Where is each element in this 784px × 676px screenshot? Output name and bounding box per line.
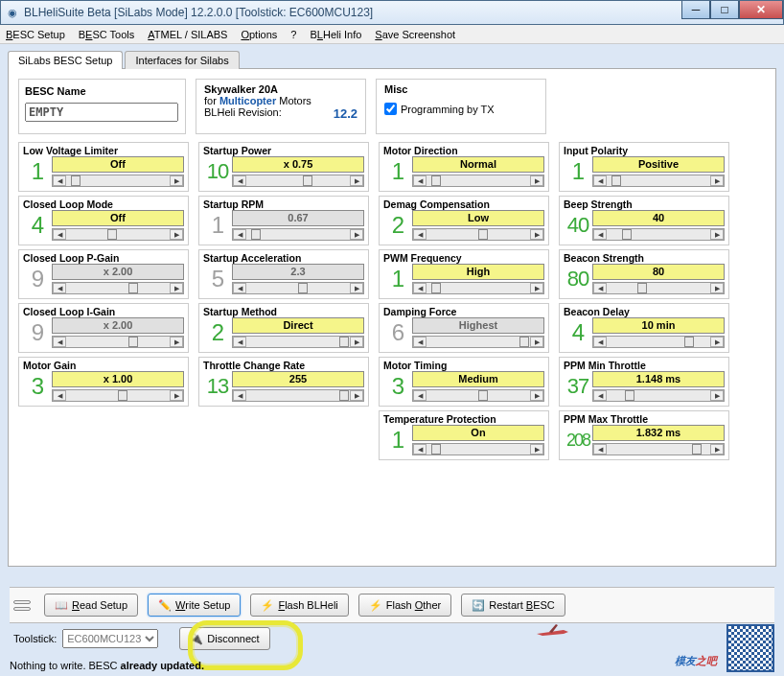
menu-icon[interactable]	[13, 600, 31, 611]
tab-interfaces[interactable]: Interfaces for Silabs	[125, 51, 239, 69]
arrow-left-icon[interactable]: ◀	[413, 229, 427, 240]
arrow-right-icon[interactable]: ▶	[710, 337, 724, 347]
param-label: Startup Method	[203, 306, 364, 317]
toolstick-select[interactable]: EC600MCU123	[62, 629, 158, 648]
arrow-left-icon[interactable]: ◀	[413, 175, 427, 186]
menu-options[interactable]: Options	[241, 29, 277, 40]
param-slider[interactable]: ◀▶	[412, 228, 544, 241]
arrow-right-icon[interactable]: ▶	[530, 175, 543, 186]
arrow-left-icon[interactable]: ◀	[413, 337, 427, 347]
arrow-left-icon[interactable]: ◀	[53, 229, 66, 240]
menu-besc-tools[interactable]: BESC Tools	[79, 29, 135, 40]
param-value: On	[412, 425, 544, 441]
arrow-right-icon[interactable]: ▶	[710, 283, 724, 293]
arrow-left-icon[interactable]: ◀	[593, 229, 607, 240]
menu-atmel-silabs[interactable]: ATMEL / SILABS	[148, 29, 227, 40]
arrow-left-icon[interactable]: ◀	[233, 283, 246, 293]
arrow-left-icon[interactable]: ◀	[53, 337, 66, 347]
write-icon: ✏️	[158, 598, 172, 612]
arrow-left-icon[interactable]: ◀	[53, 175, 66, 186]
param-slider[interactable]: ◀▶	[412, 282, 544, 294]
param-ip: Input Polarity1Positive◀▶	[559, 142, 729, 192]
besc-name-input[interactable]	[25, 103, 178, 122]
arrow-right-icon[interactable]: ▶	[170, 229, 183, 240]
param-slider[interactable]: ◀▶	[232, 282, 364, 294]
arrow-right-icon[interactable]: ▶	[530, 337, 543, 347]
arrow-left-icon[interactable]: ◀	[53, 390, 66, 401]
arrow-right-icon[interactable]: ▶	[710, 175, 724, 186]
maximize-button[interactable]: □	[710, 1, 739, 19]
prog-tx-checkbox[interactable]	[384, 103, 397, 115]
param-slider[interactable]: ◀▶	[592, 389, 725, 402]
arrow-right-icon[interactable]: ▶	[530, 444, 543, 455]
menu-blheli-info[interactable]: BLHeli Info	[310, 29, 361, 40]
menu-besc-setup[interactable]: BESC Setup	[6, 29, 65, 40]
read-setup-button[interactable]: 📖Read Setup	[44, 594, 138, 617]
arrow-right-icon[interactable]: ▶	[710, 390, 724, 401]
arrow-right-icon[interactable]: ▶	[530, 283, 543, 293]
param-slider[interactable]: ◀▶	[52, 389, 184, 402]
arrow-right-icon[interactable]: ▶	[350, 229, 363, 240]
arrow-left-icon[interactable]: ◀	[413, 390, 427, 401]
flash-other-button[interactable]: ⚡Flash Other	[358, 594, 452, 617]
arrow-left-icon[interactable]: ◀	[593, 444, 607, 455]
arrow-right-icon[interactable]: ▶	[350, 337, 363, 347]
param-label: PPM Max Throttle	[564, 413, 725, 425]
param-slider[interactable]: ◀▶	[412, 443, 544, 455]
flash-blheli-button[interactable]: ⚡Flash BLHeli	[250, 594, 348, 617]
restart-besc-button[interactable]: 🔄Restart BESC	[461, 594, 565, 617]
param-slider[interactable]: ◀▶	[592, 336, 725, 348]
arrow-right-icon[interactable]: ▶	[710, 229, 724, 240]
param-slider[interactable]: ◀▶	[412, 389, 544, 402]
arrow-left-icon[interactable]: ◀	[233, 175, 246, 186]
arrow-right-icon[interactable]: ▶	[350, 175, 363, 186]
arrow-right-icon[interactable]: ▶	[350, 283, 363, 293]
arrow-left-icon[interactable]: ◀	[233, 390, 246, 401]
arrow-right-icon[interactable]: ▶	[530, 390, 543, 401]
arrow-left-icon[interactable]: ◀	[233, 337, 246, 347]
param-slider[interactable]: ◀▶	[232, 175, 364, 187]
arrow-left-icon[interactable]: ◀	[593, 175, 607, 186]
param-slider[interactable]: ◀▶	[232, 389, 364, 402]
param-slider[interactable]: ◀▶	[592, 443, 725, 455]
param-label: Low Voltage Limiter	[23, 145, 184, 156]
arrow-left-icon[interactable]: ◀	[593, 337, 607, 347]
menu-save-screenshot[interactable]: Save Screenshot	[375, 29, 455, 40]
arrow-left-icon[interactable]: ◀	[413, 283, 427, 293]
param-slider[interactable]: ◀▶	[232, 336, 364, 348]
disconnect-button[interactable]: 🔌Disconnect	[179, 627, 269, 650]
param-slider[interactable]: ◀▶	[592, 282, 725, 294]
param-df: Damping Force6Highest◀▶	[379, 303, 549, 353]
minimize-button[interactable]: ─	[681, 1, 710, 19]
param-mt: Motor Timing3Medium◀▶	[379, 357, 549, 407]
param-slider[interactable]: ◀▶	[52, 228, 184, 241]
menu-help[interactable]: ?	[290, 29, 296, 40]
arrow-left-icon[interactable]: ◀	[413, 444, 427, 455]
param-slider[interactable]: ◀▶	[592, 175, 725, 187]
param-value: High	[412, 264, 544, 280]
arrow-left-icon[interactable]: ◀	[593, 283, 607, 293]
arrow-right-icon[interactable]: ▶	[170, 390, 183, 401]
write-setup-button[interactable]: ✏️Write Setup	[148, 594, 241, 617]
tab-silabs-setup[interactable]: SiLabs BESC Setup	[8, 51, 123, 69]
arrow-right-icon[interactable]: ▶	[530, 229, 543, 240]
param-slider[interactable]: ◀▶	[412, 336, 544, 348]
arrow-left-icon[interactable]: ◀	[593, 390, 607, 401]
arrow-left-icon[interactable]: ◀	[233, 229, 246, 240]
arrow-right-icon[interactable]: ▶	[710, 444, 724, 455]
param-mg: Motor Gain3x 1.00◀▶	[18, 357, 189, 407]
close-button[interactable]: ✕	[739, 1, 783, 19]
arrow-right-icon[interactable]: ▶	[170, 337, 183, 347]
param-dc: Demag Compensation2Low◀▶	[379, 196, 549, 245]
arrow-right-icon[interactable]: ▶	[170, 283, 183, 293]
arrow-right-icon[interactable]: ▶	[350, 390, 363, 401]
param-slider[interactable]: ◀▶	[52, 336, 184, 348]
param-slider[interactable]: ◀▶	[52, 282, 184, 294]
param-label: Startup RPM	[203, 198, 364, 210]
param-slider[interactable]: ◀▶	[52, 175, 184, 187]
param-slider[interactable]: ◀▶	[232, 228, 364, 241]
param-slider[interactable]: ◀▶	[412, 175, 544, 187]
arrow-right-icon[interactable]: ▶	[170, 175, 183, 186]
arrow-left-icon[interactable]: ◀	[53, 283, 66, 293]
param-slider[interactable]: ◀▶	[592, 228, 725, 241]
